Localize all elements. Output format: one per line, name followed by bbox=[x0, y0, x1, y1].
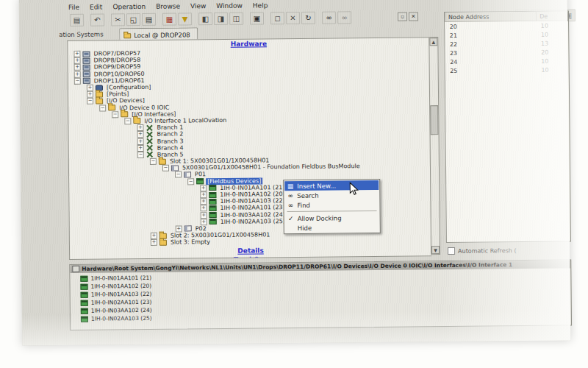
expander-icon[interactable]: + bbox=[200, 198, 207, 205]
folder-icon bbox=[159, 240, 167, 246]
expander-icon[interactable]: + bbox=[74, 64, 81, 71]
menu-browse[interactable]: Browse bbox=[151, 2, 185, 10]
select-icon[interactable]: ◻ bbox=[270, 12, 284, 24]
expander-icon[interactable]: + bbox=[137, 131, 143, 138]
device-icon bbox=[209, 199, 216, 205]
insert-new-icon: ▦ bbox=[286, 182, 295, 189]
menu-item-allow-docking[interactable]: ✓Allow Docking bbox=[285, 213, 379, 223]
tree-node-label: 1IH-0-IN02AA103 (25) bbox=[219, 218, 287, 225]
table-row[interactable]: 2510 bbox=[445, 65, 568, 75]
menu-view[interactable]: View bbox=[185, 2, 211, 10]
delete-icon[interactable]: ✕ bbox=[286, 11, 300, 24]
search-icon[interactable]: ∞ bbox=[337, 11, 351, 24]
menu-item-label: Insert New... bbox=[297, 182, 336, 190]
device-icon bbox=[196, 178, 204, 184]
expander-icon[interactable]: − bbox=[187, 178, 194, 185]
folder-icon bbox=[123, 33, 131, 38]
scroll-thumb[interactable] bbox=[430, 105, 438, 135]
expander-icon[interactable]: − bbox=[99, 105, 106, 111]
expander-icon[interactable]: − bbox=[124, 118, 131, 124]
paste-icon[interactable]: ▤ bbox=[142, 13, 156, 25]
toolbar-separator bbox=[85, 14, 90, 25]
nav-footer: Details TrashCan bbox=[70, 245, 431, 260]
cut-icon[interactable]: ✂ bbox=[111, 13, 125, 26]
branch-icon bbox=[146, 132, 153, 138]
automatic-refresh-checkbox[interactable] bbox=[448, 247, 455, 255]
application-window: FileEditOperationBrowseViewWindowHelp ▤↶… bbox=[19, 0, 570, 346]
table-cell: 10 bbox=[537, 65, 568, 74]
copy-icon[interactable]: ◱ bbox=[126, 13, 140, 26]
expander-icon[interactable]: − bbox=[137, 152, 144, 158]
menu-item-label: Hide bbox=[298, 224, 312, 231]
expander-icon[interactable]: − bbox=[150, 158, 157, 165]
table-cell: 20 bbox=[537, 47, 568, 56]
automatic-refresh-label: Automatic Refresh ( bbox=[458, 247, 517, 255]
binoculars-icon: ∞ bbox=[286, 191, 295, 199]
scroll-up-icon[interactable]: ▲ bbox=[429, 38, 437, 46]
menu-item-label: Search bbox=[297, 191, 318, 199]
restore-pane-icon[interactable]: ▫ bbox=[398, 13, 407, 21]
table-cell: 10 bbox=[537, 56, 568, 65]
tree-scrollbar[interactable]: ▲ ▼ bbox=[429, 37, 440, 255]
expander-icon[interactable]: − bbox=[87, 98, 93, 105]
menu-window[interactable]: Window bbox=[211, 2, 248, 10]
check-icon: ✓ bbox=[287, 214, 295, 222]
binoculars-icon[interactable]: ∞ bbox=[322, 11, 336, 24]
dock-item-label: 1IH-0-IN01AA101 (21) bbox=[90, 275, 151, 282]
menu-operation[interactable]: Operation bbox=[107, 3, 151, 11]
binoculars-icon: ∞ bbox=[286, 201, 295, 208]
expander-icon[interactable]: + bbox=[87, 85, 93, 91]
filter-icon[interactable]: ▼ bbox=[178, 13, 192, 25]
drop-icon bbox=[83, 57, 90, 63]
print-icon[interactable]: ▤ bbox=[70, 13, 84, 26]
dock-item-label: 1IH-0-IN01AA102 (20) bbox=[90, 283, 151, 290]
expander-icon[interactable]: + bbox=[151, 239, 157, 246]
expander-icon[interactable]: + bbox=[200, 205, 207, 212]
tree-node-label: Branch 4 bbox=[156, 144, 185, 151]
menu-item-search[interactable]: ∞Search bbox=[284, 190, 379, 200]
menu-file[interactable]: File bbox=[63, 4, 85, 11]
menu-item-insert-new[interactable]: ▦Insert New... bbox=[284, 180, 379, 191]
expander-icon[interactable]: − bbox=[175, 171, 182, 178]
expander-icon[interactable]: − bbox=[162, 165, 169, 171]
menu-help[interactable]: Help bbox=[248, 1, 273, 9]
expander-icon[interactable]: + bbox=[74, 71, 81, 77]
table-cell: 10 bbox=[537, 21, 568, 30]
refresh-icon[interactable]: ↻ bbox=[301, 11, 315, 24]
folder-out-icon[interactable]: ◨ bbox=[214, 12, 228, 24]
expander-icon[interactable]: + bbox=[137, 138, 144, 145]
drop-icon bbox=[83, 71, 90, 77]
folder-in-icon[interactable]: ◧ bbox=[198, 13, 212, 25]
expander-icon[interactable]: + bbox=[201, 219, 207, 225]
expander-icon[interactable]: + bbox=[200, 185, 207, 191]
expander-icon[interactable]: + bbox=[137, 124, 143, 131]
expander-icon[interactable]: − bbox=[112, 111, 118, 118]
menu-item-hide[interactable]: Hide bbox=[285, 222, 379, 233]
camera-icon[interactable]: ▣ bbox=[250, 12, 264, 24]
close-pane-icon[interactable]: ✕ bbox=[409, 12, 418, 21]
menu-edit[interactable]: Edit bbox=[85, 3, 108, 10]
tab-systems[interactable]: ation Systems bbox=[59, 30, 103, 38]
scroll-down-icon[interactable]: ▼ bbox=[431, 246, 440, 254]
branch-icon bbox=[146, 125, 153, 131]
toolbar-separator bbox=[105, 14, 110, 25]
menu-item-find[interactable]: ∞Find bbox=[284, 199, 379, 210]
menu-separator bbox=[287, 210, 377, 212]
expander-icon[interactable]: + bbox=[201, 212, 207, 219]
expander-icon[interactable]: + bbox=[74, 51, 80, 57]
column-header[interactable]: Node Address bbox=[445, 12, 536, 22]
expander-icon[interactable]: + bbox=[176, 225, 182, 232]
tree-node-label: Slot 2: 5X00301G01/1X00458H01 bbox=[169, 231, 272, 238]
expander-icon[interactable]: + bbox=[200, 191, 207, 198]
expander-icon[interactable]: − bbox=[74, 78, 81, 85]
undo-icon[interactable]: ↶ bbox=[90, 13, 104, 26]
hardware-list-dock: Hardware\Root System\GongYi\Networks\NL1… bbox=[69, 259, 572, 330]
expander-icon[interactable]: + bbox=[74, 57, 81, 64]
expander-icon[interactable]: + bbox=[87, 91, 93, 98]
copy-item-icon[interactable]: ◫ bbox=[229, 12, 243, 24]
color-grid-icon[interactable]: ▦ bbox=[162, 13, 176, 25]
expander-icon[interactable]: + bbox=[137, 145, 144, 152]
folder-icon bbox=[159, 158, 166, 164]
column-header[interactable]: De bbox=[537, 11, 568, 21]
expander-icon[interactable]: + bbox=[151, 233, 157, 239]
